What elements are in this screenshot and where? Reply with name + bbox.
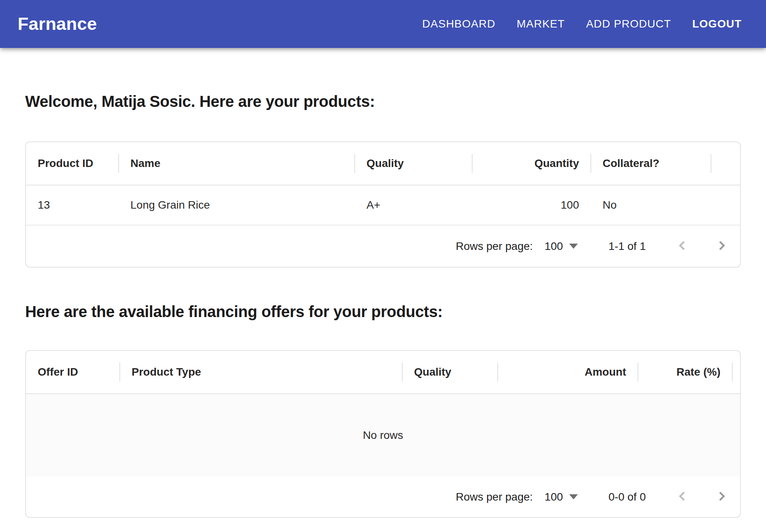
next-page-button[interactable] (706, 481, 737, 513)
chevron-left-icon (675, 238, 689, 254)
offers-heading: Here are the available financing offers … (25, 302, 741, 321)
column-header-offer-id[interactable]: Offer ID (26, 351, 120, 393)
products-table-pagination: Rows per page: 100 1-1 of 1 (26, 226, 740, 267)
welcome-heading: Welcome, Matija Sosic. Here are your pro… (25, 92, 741, 111)
cell-quality: A+ (355, 185, 472, 225)
column-header-quality[interactable]: Quality (402, 351, 498, 393)
app-bar: Farnance DASHBOARD MARKET ADD PRODUCT LO… (0, 0, 766, 48)
cell-name: Long Grain Rice (119, 185, 355, 225)
nav-add-product[interactable]: ADD PRODUCT (586, 18, 671, 30)
chevron-right-icon (715, 238, 729, 254)
chevron-left-icon (675, 489, 689, 504)
offers-table: Offer ID Product Type Quality Amount Rat… (25, 350, 741, 518)
offers-table-pagination: Rows per page: 100 0-0 of 0 (26, 477, 740, 517)
no-rows-label: No rows (363, 429, 403, 442)
column-header-quality[interactable]: Quality (355, 142, 472, 185)
column-header-filler (711, 142, 740, 185)
products-table-header-row: Product ID Name Quality Quantity Collate… (26, 142, 740, 185)
pagination-range: 1-1 of 1 (608, 240, 646, 253)
products-table: Product ID Name Quality Quantity Collate… (25, 141, 741, 268)
cell-product-id: 13 (26, 185, 119, 225)
page-content: Welcome, Matija Sosic. Here are your pro… (0, 92, 766, 518)
rows-per-page-select[interactable]: 100 (544, 491, 578, 503)
column-header-filler (732, 351, 741, 393)
column-header-name[interactable]: Name (119, 142, 355, 185)
app-title: Farnance (18, 14, 97, 34)
column-header-collateral[interactable]: Collateral? (591, 142, 711, 185)
nav-logout[interactable]: LOGOUT (692, 18, 742, 30)
next-page-button[interactable] (706, 231, 737, 262)
rows-per-page-select[interactable]: 100 (544, 240, 578, 253)
rows-per-page-value: 100 (544, 240, 563, 253)
main-nav: DASHBOARD MARKET ADD PRODUCT LOGOUT (422, 18, 742, 30)
pagination-range: 0-0 of 0 (608, 491, 646, 503)
previous-page-button[interactable] (667, 481, 698, 513)
chevron-right-icon (715, 489, 729, 504)
cell-collateral: No (591, 185, 711, 225)
offers-table-header-row: Offer ID Product Type Quality Amount Rat… (26, 351, 740, 394)
cell-filler (711, 185, 740, 225)
cell-quantity: 100 (472, 185, 591, 225)
nav-market[interactable]: MARKET (517, 18, 565, 30)
dropdown-icon (569, 494, 578, 499)
column-header-product-id[interactable]: Product ID (26, 142, 119, 185)
rows-per-page-value: 100 (544, 491, 563, 503)
nav-dashboard[interactable]: DASHBOARD (422, 18, 495, 30)
rows-per-page-label: Rows per page: (456, 240, 533, 253)
previous-page-button[interactable] (667, 231, 698, 262)
dropdown-icon (569, 244, 578, 249)
column-header-product-type[interactable]: Product Type (120, 351, 402, 393)
no-rows-overlay: No rows (26, 394, 740, 477)
column-header-amount[interactable]: Amount (498, 351, 638, 393)
table-row[interactable]: 13 Long Grain Rice A+ 100 No (26, 185, 740, 226)
column-header-rate[interactable]: Rate (%) (638, 351, 732, 393)
column-header-quantity[interactable]: Quantity (472, 142, 591, 185)
rows-per-page-label: Rows per page: (456, 491, 533, 503)
